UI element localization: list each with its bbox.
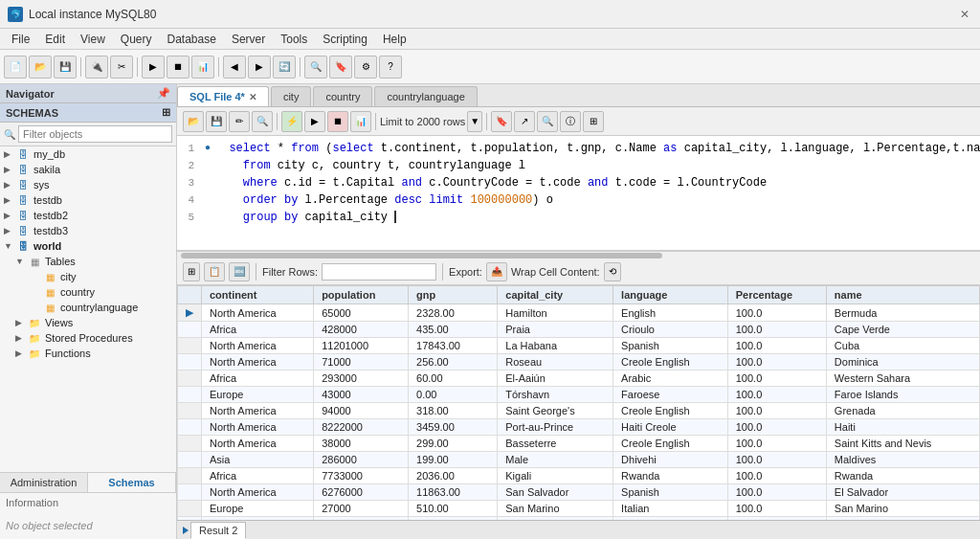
col-continent[interactable]: continent <box>202 286 314 304</box>
search-query-button[interactable]: 🔍 <box>537 111 558 132</box>
menu-help[interactable]: Help <box>375 31 414 48</box>
cell-capital_city: Male <box>498 452 613 468</box>
table-row[interactable]: Europe 43000 0.00 Tórshavn Faroese 100.0… <box>178 387 980 403</box>
disconnect-button[interactable]: ✂ <box>110 56 133 79</box>
col-name[interactable]: name <box>826 286 979 304</box>
menu-edit[interactable]: Edit <box>37 31 73 48</box>
col-percentage[interactable]: Percentage <box>727 286 826 304</box>
sidebar-item-testdb[interactable]: ▶ 🗄 testdb <box>0 192 176 208</box>
explain-button[interactable]: 📊 <box>191 56 214 79</box>
sidebar-item-sakila[interactable]: ▶ 🗄 sakila <box>0 162 176 177</box>
result-field-types-button[interactable]: 🔤 <box>229 262 250 281</box>
tab-schemas[interactable]: Schemas <box>88 473 176 492</box>
col-gnp[interactable]: gnp <box>409 286 498 304</box>
execute-button[interactable]: ▶ <box>142 56 165 79</box>
result-table-container[interactable]: continent population gnp capital_city la… <box>177 285 980 520</box>
table-row[interactable]: ▶ North America 65000 2328.00 Hamilton E… <box>178 304 980 322</box>
filter-rows-input[interactable] <box>322 263 436 281</box>
sidebar-item-testdb2[interactable]: ▶ 🗄 testdb2 <box>0 208 176 223</box>
filter-input[interactable] <box>18 125 172 143</box>
menu-scripting[interactable]: Scripting <box>315 31 375 48</box>
table-row[interactable]: North America 11201000 17843.00 La Haban… <box>178 338 980 354</box>
open-file-button[interactable]: 📂 <box>29 56 52 79</box>
bottom-tab-result2[interactable]: Result 2 <box>190 522 246 539</box>
sidebar-item-countrylanguage[interactable]: ▦ countrylanguage <box>0 300 176 315</box>
settings-button[interactable]: ⚙ <box>354 56 377 79</box>
sql-scrollbar-thumb[interactable] <box>181 253 662 258</box>
bookmark-query-button[interactable]: 🔖 <box>491 111 512 132</box>
execute-current-button[interactable]: ▶ <box>304 111 325 132</box>
sidebar-item-views[interactable]: ▶ 📁 Views <box>0 315 176 330</box>
menu-query[interactable]: Query <box>113 31 160 48</box>
result-form-button[interactable]: 📋 <box>204 262 225 281</box>
execute-query-button[interactable]: ⚡ <box>281 111 302 132</box>
menu-database[interactable]: Database <box>160 31 224 48</box>
table-row[interactable]: Africa 293000 60.00 El-Aaiún Arabic 100.… <box>178 371 980 387</box>
search-button[interactable]: 🔍 <box>304 56 327 79</box>
format-button[interactable]: ✏ <box>229 111 250 132</box>
find-button[interactable]: 🔍 <box>252 111 273 132</box>
bookmark-button[interactable]: 🔖 <box>329 56 352 79</box>
sidebar-item-sys[interactable]: ▶ 🗄 sys <box>0 177 176 192</box>
open-query-button[interactable]: 📂 <box>183 111 204 132</box>
sql-editor[interactable]: 1 ● select * from (select t.continent, t… <box>177 136 980 251</box>
sql-scrollbar[interactable] <box>177 251 980 258</box>
menu-file[interactable]: File <box>4 31 37 48</box>
tree-arrow-testdb3: ▶ <box>4 226 15 236</box>
table-row[interactable]: North America 94000 318.00 Saint George'… <box>178 403 980 419</box>
table-row[interactable]: Asia 286000 199.00 Male Dhivehi 100.0 Ma… <box>178 452 980 468</box>
tab-administration[interactable]: Administration <box>0 473 88 492</box>
save-query-button[interactable]: 💾 <box>206 111 227 132</box>
save-file-button[interactable]: 💾 <box>54 56 77 79</box>
sidebar-item-city[interactable]: ▦ city <box>0 269 176 284</box>
refresh-button[interactable]: 🔄 <box>273 56 296 79</box>
menu-tools[interactable]: Tools <box>273 31 315 48</box>
cell-language: Italian <box>613 501 728 517</box>
limit-dropdown-button[interactable]: ▼ <box>467 111 482 132</box>
stop-button[interactable]: ⏹ <box>167 56 189 79</box>
col-capital_city[interactable]: capital_city <box>498 286 613 304</box>
table-row[interactable]: North America 71000 256.00 Roseau Creole… <box>178 354 980 371</box>
connect-button[interactable]: 🔌 <box>85 56 108 79</box>
sidebar-item-world[interactable]: ▼ 🗄 world <box>0 238 176 254</box>
explain-query-button[interactable]: 📊 <box>350 111 371 132</box>
result-grid-button[interactable]: ⊞ <box>183 262 200 281</box>
sidebar-item-functions[interactable]: ▶ 📁 Functions <box>0 346 176 361</box>
sidebar-item-my_db[interactable]: ▶ 🗄 my_db <box>0 146 176 162</box>
wrap-button[interactable]: ⟲ <box>604 262 621 281</box>
cell-name: Haiti <box>826 419 979 436</box>
table-row[interactable]: North America 8222000 3459.00 Port-au-Pr… <box>178 419 980 436</box>
help-toolbar-button[interactable]: ? <box>379 56 402 79</box>
tab-country[interactable]: country <box>313 86 372 106</box>
sidebar-item-testdb3[interactable]: ▶ 🗄 testdb3 <box>0 223 176 238</box>
row-indicator <box>178 322 202 338</box>
cell-capital_city: San Salvador <box>498 484 613 501</box>
table-row[interactable]: North America 38000 299.00 Basseterre Cr… <box>178 436 980 452</box>
new-file-button[interactable]: 📄 <box>4 56 27 79</box>
cell-percentage: 100.0 <box>727 371 826 387</box>
stop-query-button[interactable]: ⏹ <box>327 111 348 132</box>
close-button[interactable]: ✕ <box>957 7 972 22</box>
menu-view[interactable]: View <box>73 31 113 48</box>
next-button[interactable]: ▶ <box>248 56 271 79</box>
col-language[interactable]: language <box>613 286 728 304</box>
table-row[interactable]: Africa 7733000 2036.00 Kigali Rwanda 100… <box>178 468 980 484</box>
prev-button[interactable]: ◀ <box>223 56 246 79</box>
tab-sql-close-icon[interactable]: ✕ <box>249 92 256 102</box>
sidebar-item-stored-procedures[interactable]: ▶ 📁 Stored Procedures <box>0 330 176 346</box>
menu-server[interactable]: Server <box>224 31 273 48</box>
table-row[interactable]: North America 6276000 11863.00 San Salva… <box>178 484 980 501</box>
column-info-button[interactable]: ⓘ <box>560 111 581 132</box>
sidebar-item-tables[interactable]: ▼ ▦ Tables <box>0 254 176 269</box>
sidebar-item-country[interactable]: ▦ country <box>0 284 176 300</box>
tab-city[interactable]: city <box>271 86 312 106</box>
table-row[interactable]: Europe 27000 510.00 San Marino Italian 1… <box>178 501 980 517</box>
result-sep-2 <box>442 263 443 281</box>
grid-view-button[interactable]: ⊞ <box>583 111 604 132</box>
tab-sql-file-4[interactable]: SQL File 4* ✕ <box>177 86 269 106</box>
col-population[interactable]: population <box>314 286 409 304</box>
table-row[interactable]: Africa 428000 435.00 Praia Crioulo 100.0… <box>178 322 980 338</box>
jump-button[interactable]: ↗ <box>514 111 535 132</box>
tab-countrylanguage[interactable]: countrylanguage <box>374 86 477 106</box>
export-button[interactable]: 📤 <box>486 262 507 281</box>
